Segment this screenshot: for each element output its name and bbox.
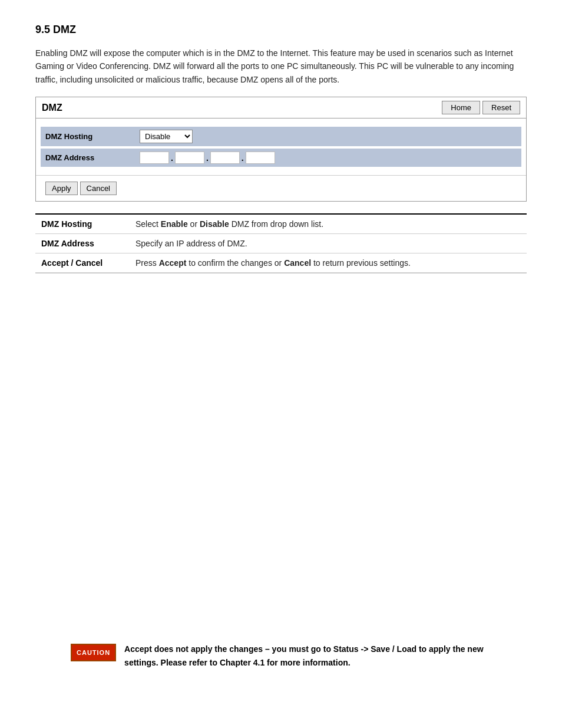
ip-octet-1[interactable] bbox=[140, 151, 169, 164]
dmz-address-row: DMZ Address . . . bbox=[41, 149, 521, 167]
ip-address-fields: . . . bbox=[140, 151, 275, 164]
footer-buttons: Apply Cancel bbox=[45, 182, 517, 195]
term-dmz-address: DMZ Address bbox=[35, 234, 130, 253]
reset-button[interactable]: Reset bbox=[482, 101, 520, 114]
dmz-panel-title: DMZ bbox=[42, 103, 62, 113]
caution-badge: CAUTION bbox=[71, 644, 116, 661]
bold-enable: Enable bbox=[161, 219, 188, 229]
dmz-hosting-control: Disable Enable bbox=[140, 130, 517, 143]
page-title: 9.5 DMZ bbox=[35, 24, 527, 36]
dmz-panel: DMZ Home Reset DMZ Hosting Disable Enabl… bbox=[35, 97, 527, 202]
ip-octet-4[interactable] bbox=[246, 151, 275, 164]
desc-dmz-address: Specify an IP address of DMZ. bbox=[130, 234, 527, 253]
dmz-address-label: DMZ Address bbox=[45, 153, 140, 162]
ip-dot-3: . bbox=[242, 153, 244, 163]
dmz-hosting-row: DMZ Hosting Disable Enable bbox=[41, 127, 521, 146]
table-row: DMZ Hosting Select Enable or Disable DMZ… bbox=[35, 214, 527, 234]
desc-accept-cancel: Press Accept to confirm the changes or C… bbox=[130, 253, 527, 274]
ip-dot-1: . bbox=[171, 153, 173, 163]
dmz-address-control: . . . bbox=[140, 151, 517, 164]
dmz-panel-footer: Apply Cancel bbox=[36, 175, 526, 201]
desc-dmz-hosting: Select Enable or Disable DMZ from drop d… bbox=[130, 214, 527, 234]
table-row: DMZ Address Specify an IP address of DMZ… bbox=[35, 234, 527, 253]
ip-octet-3[interactable] bbox=[210, 151, 240, 164]
apply-button[interactable]: Apply bbox=[45, 182, 78, 195]
ip-dot-2: . bbox=[206, 153, 209, 163]
bold-cancel: Cancel bbox=[284, 258, 311, 268]
bold-accept: Accept bbox=[159, 258, 187, 268]
home-button[interactable]: Home bbox=[442, 101, 480, 114]
caution-section: CAUTION Accept does not apply the change… bbox=[71, 631, 491, 669]
dmz-panel-body: DMZ Hosting Disable Enable DMZ Address . bbox=[36, 118, 526, 175]
table-row: Accept / Cancel Press Accept to confirm … bbox=[35, 253, 527, 274]
dmz-hosting-select[interactable]: Disable Enable bbox=[140, 130, 193, 143]
description-table: DMZ Hosting Select Enable or Disable DMZ… bbox=[35, 213, 527, 274]
dmz-header-buttons: Home Reset bbox=[442, 101, 520, 114]
term-accept-cancel: Accept / Cancel bbox=[35, 253, 130, 274]
bold-disable: Disable bbox=[200, 219, 229, 229]
cancel-button[interactable]: Cancel bbox=[80, 182, 117, 195]
intro-paragraph: Enabling DMZ will expose the computer wh… bbox=[35, 47, 527, 86]
term-dmz-hosting: DMZ Hosting bbox=[35, 214, 130, 234]
dmz-hosting-label: DMZ Hosting bbox=[45, 132, 140, 141]
caution-text: Accept does not apply the changes – you … bbox=[124, 643, 491, 669]
dmz-panel-header: DMZ Home Reset bbox=[36, 97, 526, 118]
ip-octet-2[interactable] bbox=[175, 151, 204, 164]
